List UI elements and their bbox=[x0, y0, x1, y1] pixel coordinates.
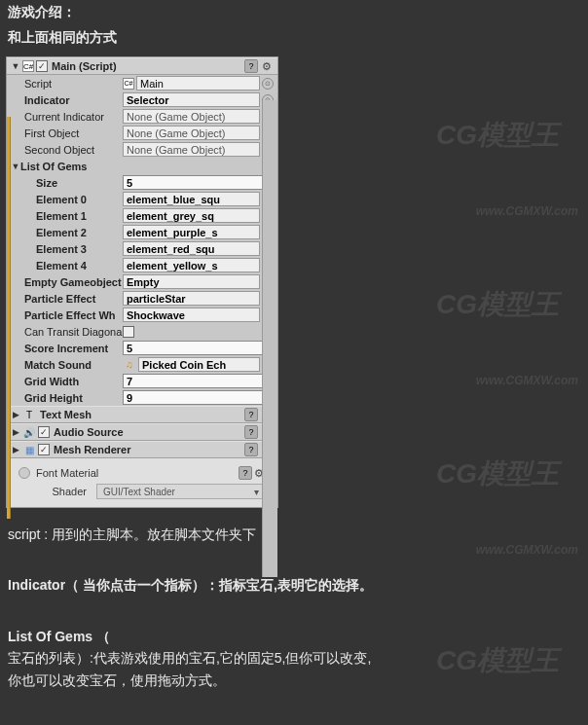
current-indicator-field[interactable]: None (Game Object) bbox=[123, 109, 260, 124]
prop-particle-effect: Particle Effect particleStar⊙ bbox=[7, 290, 277, 307]
watermark: CG模型王 bbox=[436, 455, 559, 492]
grid-width-input[interactable]: 7 bbox=[123, 374, 274, 388]
prop-first-object: First Object None (Game Object) ⊙ bbox=[7, 125, 277, 141]
foldout-icon[interactable]: ▶ bbox=[11, 410, 20, 419]
scrollbar-vertical[interactable] bbox=[262, 100, 277, 577]
foldout-icon[interactable]: ▶ bbox=[11, 427, 20, 437]
match-sound-field[interactable]: Picked Coin Ech bbox=[138, 357, 260, 372]
prop-grid-width: Grid Width 7 bbox=[7, 373, 277, 389]
foldout-icon[interactable]: ▼ bbox=[11, 61, 20, 71]
component-header-textmesh[interactable]: ▶ T Text Mesh ? ⚙ bbox=[7, 406, 277, 423]
prop-list-gems[interactable]: ▼ List Of Gems bbox=[7, 158, 277, 174]
material-icon bbox=[18, 467, 30, 479]
watermark-url: www.CGMXW.com bbox=[476, 374, 578, 387]
component-title: Text Mesh bbox=[38, 409, 242, 420]
desc-indicator: Indicator（ 当你点击一个指标）：指标宝石,表明它的选择。 bbox=[0, 564, 588, 615]
enable-checkbox[interactable]: ✓ bbox=[36, 60, 48, 72]
help-icon[interactable]: ? bbox=[244, 59, 258, 73]
empty-go-field[interactable]: Empty bbox=[123, 274, 260, 289]
script-icon: C# bbox=[22, 60, 34, 72]
audio-icon: 🔊 bbox=[22, 425, 36, 439]
prop-element-2: Element 2 element_purple_s⊙ bbox=[7, 224, 277, 240]
inspector-panel: ▼ C# ✓ Main (Script) ? ⚙ Script C# Main … bbox=[6, 56, 278, 508]
pew-field[interactable]: Shockwave bbox=[123, 308, 260, 322]
shader-label: Shader bbox=[18, 486, 96, 497]
prop-second-object: Second Object None (Game Object) ⊙ bbox=[7, 141, 277, 158]
component-header-audio[interactable]: ▶ 🔊 ✓ Audio Source ? ⚙ bbox=[7, 423, 277, 441]
pe-field[interactable]: particleStar bbox=[123, 291, 260, 306]
prop-indicator: Indicator Selector ⊙ bbox=[7, 91, 277, 108]
prop-can-transit-diagonal: Can Transit Diagonal bbox=[7, 323, 277, 340]
chevron-down-icon: ▾ bbox=[254, 487, 259, 497]
prop-score-increment: Score Increment 5 bbox=[7, 340, 277, 356]
prop-element-0: Element 0 element_blue_squ⊙ bbox=[7, 191, 277, 207]
help-icon[interactable]: ? bbox=[244, 408, 258, 421]
mesh-renderer-icon: ▦ bbox=[22, 443, 36, 456]
first-object-field[interactable]: None (Game Object) bbox=[123, 126, 260, 140]
component-title: Mesh Renderer bbox=[52, 444, 242, 455]
gear-icon[interactable]: ⚙ bbox=[260, 59, 274, 73]
desc-script: script : 用到的主脚本。放在脚本文件夹下 bbox=[0, 514, 588, 564]
prop-script: Script C# Main ⊙ bbox=[7, 75, 277, 91]
enable-checkbox[interactable]: ✓ bbox=[38, 444, 50, 455]
grid-height-input[interactable]: 9 bbox=[123, 390, 274, 405]
prop-current-indicator: Current Indicator None (Game Object) ⊙ bbox=[7, 108, 277, 125]
element-2-field[interactable]: element_purple_s bbox=[123, 225, 260, 239]
component-header-main[interactable]: ▼ C# ✓ Main (Script) ? ⚙ bbox=[7, 57, 277, 75]
help-icon[interactable]: ? bbox=[244, 443, 258, 456]
material-name: Font Material bbox=[30, 467, 239, 479]
foldout-icon[interactable]: ▶ bbox=[11, 445, 20, 454]
intro-subtitle: 和上面相同的方式 bbox=[0, 25, 588, 51]
prop-empty-gameobject: Empty Gameobject Empty⊙ bbox=[7, 273, 277, 290]
second-object-field[interactable]: None (Game Object) bbox=[123, 142, 260, 157]
watermark: CG模型王 bbox=[436, 286, 559, 323]
diagonal-checkbox[interactable] bbox=[123, 326, 134, 338]
shader-dropdown[interactable]: GUI/Text Shader ▾ bbox=[96, 484, 266, 499]
prop-match-sound: Match Sound ♫Picked Coin Ech⊙ bbox=[7, 356, 277, 373]
watermark: CG模型王 bbox=[436, 117, 559, 154]
textmesh-icon: T bbox=[22, 408, 36, 421]
element-1-field[interactable]: element_grey_sq bbox=[123, 208, 260, 223]
score-input[interactable]: 5 bbox=[123, 341, 274, 355]
prop-size: Size 5 bbox=[7, 174, 277, 191]
component-title: Audio Source bbox=[52, 426, 242, 438]
help-icon[interactable]: ? bbox=[239, 466, 252, 480]
component-title: Main (Script) bbox=[50, 60, 242, 72]
object-picker-icon[interactable]: ⊙ bbox=[262, 78, 274, 90]
prop-element-3: Element 3 element_red_squ⊙ bbox=[7, 240, 277, 257]
size-input[interactable]: 5 bbox=[123, 175, 274, 190]
prefab-override-bar bbox=[7, 117, 11, 519]
desc-list-gems: List Of Gems （ 宝石的列表）:代表游戏使用的宝石,它的固定5,但你… bbox=[0, 616, 588, 710]
prop-element-4: Element 4 element_yellow_s⊙ bbox=[7, 257, 277, 273]
element-3-field[interactable]: element_red_squ bbox=[123, 241, 260, 256]
audio-clip-icon: ♫ bbox=[123, 358, 136, 372]
script-icon: C# bbox=[123, 78, 134, 90]
intro-title: 游戏介绍： bbox=[0, 0, 588, 25]
element-0-field[interactable]: element_blue_squ bbox=[123, 192, 260, 206]
material-section: Font Material ? ⚙ Shader GUI/Text Shader… bbox=[7, 458, 277, 507]
help-icon[interactable]: ? bbox=[244, 425, 258, 439]
prop-particle-effect-wh: Particle Effect Wh Shockwave⊙ bbox=[7, 307, 277, 323]
element-4-field[interactable]: element_yellow_s bbox=[123, 258, 260, 272]
indicator-field[interactable]: Selector bbox=[123, 92, 260, 107]
prop-element-1: Element 1 element_grey_sq⊙ bbox=[7, 207, 277, 224]
script-field[interactable]: Main bbox=[136, 76, 260, 91]
watermark-url: www.CGMXW.com bbox=[476, 204, 578, 218]
prop-grid-height: Grid Height 9 bbox=[7, 389, 277, 406]
foldout-icon[interactable]: ▼ bbox=[11, 162, 20, 171]
component-header-mesh-renderer[interactable]: ▶ ▦ ✓ Mesh Renderer ? ⚙ bbox=[7, 441, 277, 458]
enable-checkbox[interactable]: ✓ bbox=[38, 426, 50, 438]
